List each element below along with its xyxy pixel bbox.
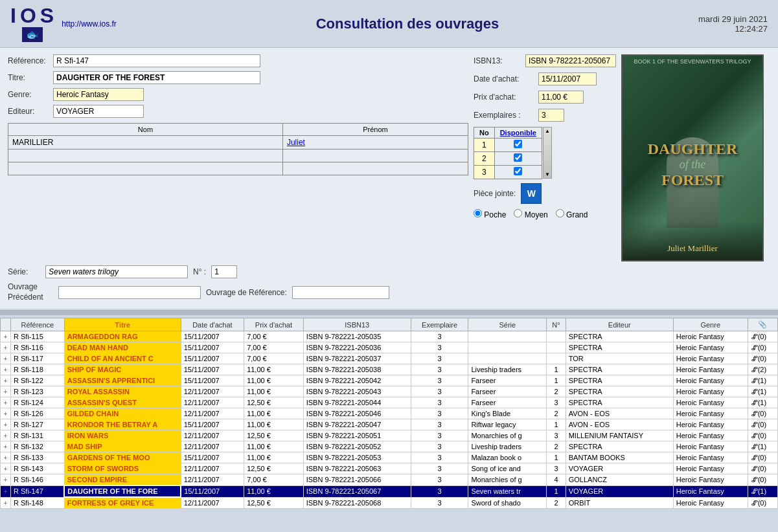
- table-row[interactable]: + R Sfi-122 ASSASSIN'S APPRENTICI 15/11/…: [1, 375, 778, 386]
- expand-btn[interactable]: +: [1, 485, 11, 497]
- piece-jointe-label: Pièce jointe:: [474, 189, 516, 198]
- radio-poche-label[interactable]: Poche: [474, 209, 506, 219]
- table-row[interactable]: + R Sfi-132 MAD SHIP 12/11/2007 11,00 € …: [1, 441, 778, 452]
- header-time: 12:24:27: [698, 24, 768, 34]
- expand-btn[interactable]: +: [1, 452, 11, 463]
- editeur-row: Editeur:: [8, 105, 468, 118]
- genre-input[interactable]: [53, 88, 144, 101]
- row-n: 1: [547, 375, 566, 386]
- author-prenom[interactable]: Juliet: [282, 136, 468, 150]
- exemplaires-input[interactable]: [538, 109, 564, 122]
- col-header-date[interactable]: Date d'achat: [181, 318, 244, 331]
- copy-checkbox-2[interactable]: [514, 153, 522, 162]
- radio-moyen-label[interactable]: Moyen: [514, 209, 547, 219]
- table-row[interactable]: + R Sfi-123 ROYAL ASSASSIN 12/11/2007 11…: [1, 386, 778, 397]
- expand-btn[interactable]: +: [1, 463, 11, 474]
- table-row[interactable]: + R Sfi-148 FORTRESS OF GREY ICE 12/11/2…: [1, 497, 778, 509]
- row-title: KRONDOR THE BETRAY A: [64, 419, 181, 430]
- copies-scrollbar[interactable]: ▲ ▼: [543, 127, 552, 179]
- radio-poche[interactable]: [474, 209, 482, 217]
- col-header-reference[interactable]: Référence: [11, 318, 65, 331]
- n-input[interactable]: [211, 265, 237, 278]
- logo-fish-bar: 🐟: [22, 27, 43, 42]
- row-attach: 🖇(0): [748, 408, 777, 419]
- row-title: ASSASSIN'S APPRENTICI: [64, 375, 181, 386]
- ouvrage-reference-label: Ouvrage de Référence:: [206, 288, 287, 297]
- row-date: 15/11/2007: [181, 375, 244, 386]
- table-row[interactable]: + R Sfi-143 STORM OF SWORDS 12/11/2007 1…: [1, 463, 778, 474]
- table-row[interactable]: + R Sfi-118 SHIP OF MAGIC 15/11/2007 11,…: [1, 364, 778, 375]
- expand-btn[interactable]: +: [1, 353, 11, 364]
- genre-label: Genre:: [8, 90, 53, 99]
- row-isbn: ISBN 9-782221-205037: [303, 353, 411, 364]
- row-title: DAUGHTER OF THE FORE: [64, 485, 181, 497]
- table-row[interactable]: + R Sfi-116 DEAD MAN HAND 15/11/2007 7,0…: [1, 342, 778, 353]
- row-ref: R Sfi-122: [11, 375, 65, 386]
- radio-grand-label[interactable]: Grand: [556, 209, 588, 219]
- date-achat-input[interactable]: [538, 72, 597, 85]
- ouvrage-reference-input[interactable]: [292, 286, 389, 299]
- radio-moyen[interactable]: [514, 209, 522, 217]
- table-row[interactable]: + R Sfi-131 IRON WARS 12/11/2007 12,50 €…: [1, 430, 778, 441]
- word-icon[interactable]: W: [521, 183, 542, 204]
- row-n: 4: [547, 474, 566, 486]
- col-header-n[interactable]: N°: [547, 318, 566, 331]
- serie-input[interactable]: [45, 265, 188, 278]
- expand-btn[interactable]: +: [1, 342, 11, 353]
- col-header-genre[interactable]: Genre: [673, 318, 748, 331]
- col-header-titre[interactable]: Titre: [64, 318, 181, 331]
- row-n: 2: [547, 386, 566, 397]
- row-prix: 7,00 €: [244, 331, 304, 342]
- table-row[interactable]: + R Sfi-127 KRONDOR THE BETRAY A 15/11/2…: [1, 419, 778, 430]
- table-row[interactable]: + R Sfi-124 ASSASSIN'S QUEST 12/11/2007 …: [1, 397, 778, 408]
- expand-btn[interactable]: +: [1, 474, 11, 486]
- isbn-input[interactable]: [525, 54, 616, 67]
- col-header-attach[interactable]: 📎: [748, 318, 777, 331]
- col-header-prix[interactable]: Prix d'achat: [244, 318, 304, 331]
- expand-btn[interactable]: +: [1, 375, 11, 386]
- title-row: Titre:: [8, 71, 468, 84]
- expand-btn[interactable]: +: [1, 430, 11, 441]
- row-ex: 3: [411, 474, 468, 486]
- prix-achat-input[interactable]: [538, 91, 584, 104]
- copy-checkbox-1[interactable]: [514, 140, 522, 148]
- table-row[interactable]: + R Sfi-147 DAUGHTER OF THE FORE 15/11/2…: [1, 485, 778, 497]
- col-header-editeur[interactable]: Editeur: [566, 318, 673, 331]
- expand-btn[interactable]: +: [1, 386, 11, 397]
- row-date: 15/11/2007: [181, 364, 244, 375]
- row-n: [547, 342, 566, 353]
- radio-grand[interactable]: [556, 209, 564, 217]
- table-row[interactable]: + R Sfi-117 CHILD OF AN ANCIENT C 15/11/…: [1, 353, 778, 364]
- row-prix: 11,00 €: [244, 364, 304, 375]
- expand-btn[interactable]: +: [1, 397, 11, 408]
- table-row[interactable]: + R Sfi-115 ARMAGEDDON RAG 15/11/2007 7,…: [1, 331, 778, 342]
- row-ref: R Sfi-115: [11, 331, 65, 342]
- table-row[interactable]: + R Sfi-146 SECOND EMPIRE 12/11/2007 7,0…: [1, 474, 778, 486]
- reference-input[interactable]: [53, 54, 260, 67]
- row-ex: 3: [411, 364, 468, 375]
- row-ref: R Sfi-123: [11, 386, 65, 397]
- row-ref: R Sfi-148: [11, 497, 65, 509]
- author-nom-header: Nom: [8, 124, 283, 136]
- col-header-serie[interactable]: Série: [468, 318, 547, 331]
- expand-btn[interactable]: +: [1, 331, 11, 342]
- row-attach: 🖇(0): [748, 430, 777, 441]
- author-table: Nom Prénom MARILLIER Juliet: [8, 123, 468, 175]
- expand-btn[interactable]: +: [1, 364, 11, 375]
- editeur-input[interactable]: [53, 105, 144, 118]
- copy-checkbox-3[interactable]: [514, 167, 522, 175]
- title-input[interactable]: [53, 71, 260, 84]
- row-prix: 11,00 €: [244, 375, 304, 386]
- col-header-exemplaire[interactable]: Exemplaire: [411, 318, 468, 331]
- expand-btn[interactable]: +: [1, 441, 11, 452]
- expand-btn[interactable]: +: [1, 497, 11, 509]
- expand-btn[interactable]: +: [1, 419, 11, 430]
- row-n: 2: [547, 408, 566, 419]
- row-genre: Heroic Fantasy: [673, 452, 748, 463]
- ouvrage-precedent-input[interactable]: [58, 286, 201, 299]
- table-row[interactable]: + R Sfi-126 GILDED CHAIN 12/11/2007 11,0…: [1, 408, 778, 419]
- row-genre: Heroic Fantasy: [673, 375, 748, 386]
- expand-btn[interactable]: +: [1, 408, 11, 419]
- col-header-isbn[interactable]: ISBN13: [303, 318, 411, 331]
- table-row[interactable]: + R Sfi-133 GARDENS OF THE MOO 15/11/200…: [1, 452, 778, 463]
